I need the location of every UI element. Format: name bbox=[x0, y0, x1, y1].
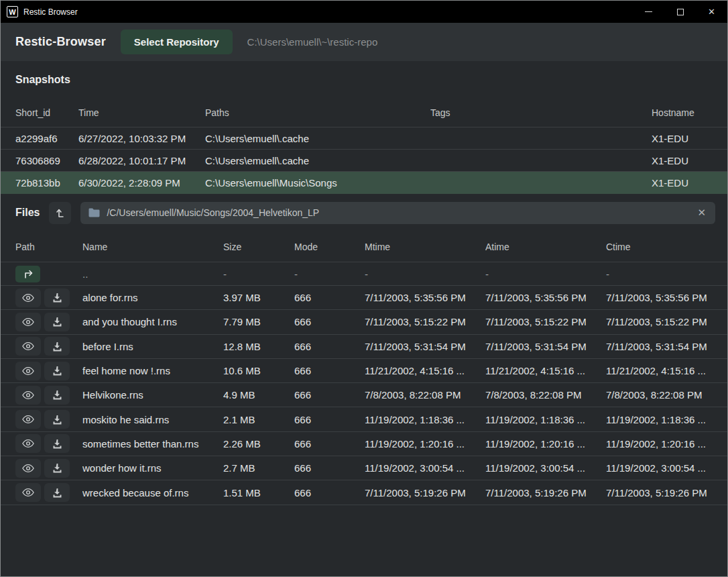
download-file-button[interactable] bbox=[44, 434, 70, 453]
col-short-id: Short_id bbox=[15, 107, 78, 118]
eye-icon bbox=[22, 342, 34, 351]
clear-path-button[interactable]: ✕ bbox=[696, 207, 707, 219]
download-file-button[interactable] bbox=[44, 386, 70, 405]
preview-file-button[interactable] bbox=[15, 410, 41, 429]
eye-icon bbox=[22, 464, 34, 473]
folder-icon bbox=[88, 208, 100, 217]
file-mode: 666 bbox=[294, 365, 365, 376]
maximize-icon bbox=[677, 9, 684, 15]
snapshot-time: 6/30/2022, 2:28:09 PM bbox=[78, 177, 205, 189]
col-ctime: Ctime bbox=[606, 242, 717, 252]
preview-file-button[interactable] bbox=[15, 288, 41, 307]
file-size: 2.1 MB bbox=[223, 414, 294, 425]
snapshot-paths: C:\Users\emuell\Music\Songs bbox=[205, 177, 430, 189]
file-name: and you thought I.rns bbox=[82, 316, 223, 327]
download-icon bbox=[52, 342, 62, 352]
file-name: wonder how it.rns bbox=[82, 462, 223, 474]
file-mode: 666 bbox=[294, 487, 365, 499]
preview-file-button[interactable] bbox=[15, 483, 41, 502]
file-size: 2.26 MB bbox=[223, 438, 294, 450]
maximize-button[interactable] bbox=[664, 1, 696, 23]
titlebar: W Restic Browser ✕ bbox=[1, 1, 727, 23]
file-atime: 7/11/2003, 5:35:56 PM bbox=[485, 292, 606, 303]
snapshot-row-selected[interactable]: 72b813bb 6/30/2022, 2:28:09 PM C:\Users\… bbox=[1, 172, 727, 194]
minimize-button[interactable] bbox=[633, 1, 664, 23]
snapshot-short-id: 76306869 bbox=[15, 155, 78, 166]
preview-file-button[interactable] bbox=[15, 313, 41, 331]
close-button[interactable]: ✕ bbox=[696, 1, 727, 23]
download-file-button[interactable] bbox=[44, 410, 70, 429]
parent-directory-button[interactable] bbox=[49, 202, 71, 224]
go-up-button[interactable] bbox=[15, 266, 40, 282]
snapshot-row[interactable]: 76306869 6/28/2022, 10:01:17 PM C:\Users… bbox=[1, 150, 727, 172]
eye-icon bbox=[22, 390, 34, 400]
path-value: /C/Users/emuell/Music/Songs/2004_Helveti… bbox=[107, 207, 689, 218]
file-size: - bbox=[223, 268, 294, 280]
file-name: wrecked because of.rns bbox=[82, 487, 223, 499]
files-toolbar: Files /C/Users/emuell/Music/Songs/2004_H… bbox=[1, 194, 727, 231]
preview-file-button[interactable] bbox=[15, 386, 41, 405]
snapshot-row[interactable]: a2299af6 6/27/2022, 10:03:32 PM C:\Users… bbox=[1, 127, 727, 150]
files-heading: Files bbox=[15, 207, 40, 219]
download-icon bbox=[52, 317, 62, 327]
preview-file-button[interactable] bbox=[15, 337, 41, 356]
file-row: Helvikone.rns 4.9 MB 666 7/8/2003, 8:22:… bbox=[1, 383, 727, 407]
eye-icon bbox=[22, 415, 34, 424]
file-mode: 666 bbox=[294, 341, 365, 352]
file-mtime: 7/11/2003, 5:19:26 PM bbox=[365, 487, 485, 499]
file-name: .. bbox=[82, 268, 223, 280]
download-file-button[interactable] bbox=[44, 313, 70, 331]
file-name: moskito he said.rns bbox=[82, 414, 223, 425]
snapshots-table-header: Short_id Time Paths Tags Hostname bbox=[1, 98, 727, 127]
eye-icon bbox=[22, 366, 34, 376]
file-mode: 666 bbox=[294, 462, 365, 474]
download-file-button[interactable] bbox=[44, 459, 70, 478]
minimize-icon bbox=[645, 11, 652, 12]
file-row: wrecked because of.rns 1.51 MB 666 7/11/… bbox=[1, 480, 727, 505]
file-row: feel home now !.rns 10.6 MB 666 11/21/20… bbox=[1, 359, 727, 383]
download-icon bbox=[52, 439, 62, 449]
snapshot-paths: C:\Users\emuell\.cache bbox=[205, 133, 430, 144]
preview-file-button[interactable] bbox=[15, 459, 41, 478]
file-mode: 666 bbox=[294, 414, 365, 425]
select-repository-button[interactable]: Select Repository bbox=[121, 30, 233, 54]
col-tags: Tags bbox=[430, 107, 652, 118]
parent-directory-row[interactable]: .. - - - - - bbox=[1, 262, 727, 286]
file-size: 10.6 MB bbox=[223, 365, 294, 376]
file-mode: 666 bbox=[294, 292, 365, 303]
col-paths: Paths bbox=[205, 107, 430, 118]
file-mtime: 11/19/2002, 1:18:36 ... bbox=[365, 414, 485, 425]
file-name: sometimes better than.rns bbox=[82, 438, 223, 450]
download-icon bbox=[52, 463, 62, 473]
file-size: 4.9 MB bbox=[223, 389, 294, 401]
file-mode: 666 bbox=[294, 389, 365, 401]
file-mtime: 7/11/2003, 5:15:22 PM bbox=[365, 316, 485, 327]
path-input[interactable]: /C/Users/emuell/Music/Songs/2004_Helveti… bbox=[80, 202, 715, 224]
file-ctime: 7/11/2003, 5:19:26 PM bbox=[606, 487, 717, 499]
app-logo-icon: W bbox=[7, 6, 18, 17]
snapshot-hostname: X1-EDU bbox=[652, 177, 717, 189]
download-icon bbox=[52, 366, 62, 376]
file-mtime: 7/11/2003, 5:35:56 PM bbox=[365, 292, 485, 303]
preview-file-button[interactable] bbox=[15, 434, 41, 453]
download-file-button[interactable] bbox=[44, 288, 70, 307]
col-name: Name bbox=[82, 242, 223, 252]
files-table-header: Path Name Size Mode Mtime Atime Ctime bbox=[1, 231, 727, 262]
file-size: 12.8 MB bbox=[223, 341, 294, 352]
file-name: feel home now !.rns bbox=[82, 365, 223, 376]
file-ctime: 7/11/2003, 5:31:54 PM bbox=[606, 341, 717, 352]
preview-file-button[interactable] bbox=[15, 362, 41, 380]
file-ctime: 11/19/2002, 1:18:36 ... bbox=[606, 414, 717, 425]
download-file-button[interactable] bbox=[44, 337, 70, 356]
file-name: before I.rns bbox=[82, 341, 223, 352]
download-file-button[interactable] bbox=[44, 483, 70, 502]
snapshot-short-id: 72b813bb bbox=[15, 177, 78, 189]
file-atime: - bbox=[485, 268, 606, 280]
eye-icon bbox=[22, 488, 34, 497]
file-atime: 7/11/2003, 5:15:22 PM bbox=[485, 316, 606, 327]
file-size: 1.51 MB bbox=[223, 487, 294, 499]
download-file-button[interactable] bbox=[44, 362, 70, 380]
col-mode: Mode bbox=[294, 242, 365, 252]
file-mtime: 11/21/2002, 4:15:16 ... bbox=[365, 365, 485, 376]
file-row: alone for.rns 3.97 MB 666 7/11/2003, 5:3… bbox=[1, 286, 727, 310]
